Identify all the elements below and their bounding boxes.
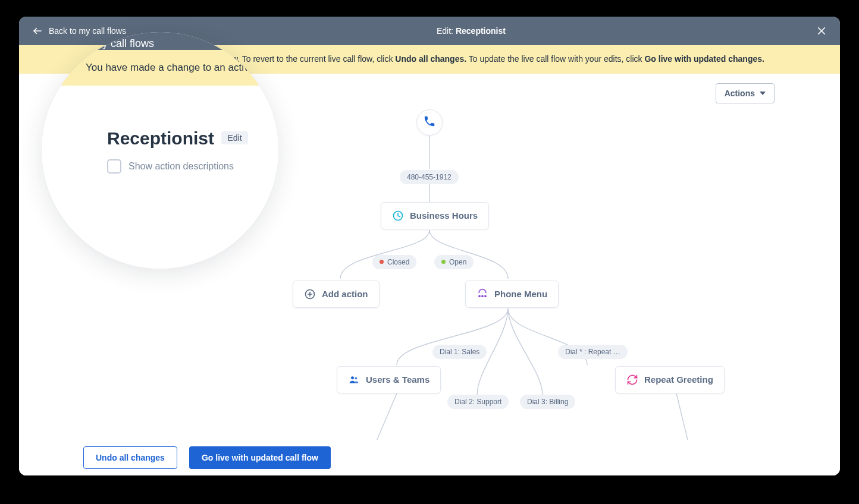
- dial-3-pill[interactable]: Dial 3: Billing: [520, 395, 575, 409]
- users-teams-label: Users & Teams: [366, 374, 430, 385]
- repeat-icon: [626, 374, 638, 386]
- title-prefix: Edit:: [437, 26, 456, 36]
- phone-icon: [423, 115, 436, 130]
- phone-start-node[interactable]: [416, 109, 443, 136]
- dial-3-label: Dial 3: Billing: [527, 398, 568, 406]
- show-descriptions-label: Show action descriptions: [128, 161, 234, 172]
- open-pill[interactable]: Open: [434, 255, 474, 269]
- banner-text-a: w. To revert to the current live call fl…: [232, 54, 395, 64]
- go-live-button[interactable]: Go live with updated call flow: [189, 446, 331, 469]
- repeat-greeting-node[interactable]: Repeat Greeting: [615, 366, 725, 393]
- svg-point-14: [351, 376, 354, 379]
- business-hours-node[interactable]: Business Hours: [381, 202, 489, 229]
- plus-circle-icon: [304, 288, 316, 300]
- close-icon[interactable]: [816, 26, 827, 36]
- banner-bold-a: Undo all changes.: [395, 54, 466, 64]
- title-name: Receptionist: [456, 26, 506, 36]
- svg-point-11: [479, 295, 480, 297]
- back-link[interactable]: Back to my call flows: [32, 26, 126, 36]
- dial-star-pill[interactable]: Dial * : Repeat …: [558, 345, 628, 359]
- dial-1-pill[interactable]: Dial 1: Sales: [432, 345, 487, 359]
- show-descriptions-row[interactable]: Show action descriptions: [107, 159, 278, 174]
- users-teams-node[interactable]: Users & Teams: [337, 366, 441, 393]
- app-shell: Back to my call flows Edit: Receptionist…: [19, 17, 840, 475]
- dial-2-label: Dial 2: Support: [454, 398, 501, 406]
- undo-all-button[interactable]: Undo all changes: [83, 446, 177, 469]
- arrow-left-icon: [32, 26, 43, 36]
- footer-bar: Undo all changes Go live with updated ca…: [19, 440, 840, 475]
- add-action-label: Add action: [322, 289, 368, 299]
- closed-label: Closed: [387, 258, 409, 266]
- dial-2-pill[interactable]: Dial 2: Support: [447, 395, 509, 409]
- banner-text-b: To update the live call flow with your e…: [469, 54, 645, 64]
- phone-menu-label: Phone Menu: [494, 289, 547, 299]
- svg-point-13: [485, 295, 486, 297]
- page-title: Edit: Receptionist: [437, 26, 506, 36]
- svg-line-5: [376, 393, 397, 440]
- svg-point-12: [482, 295, 483, 297]
- phone-menu-node[interactable]: Phone Menu: [465, 281, 559, 308]
- dot-red-icon: [380, 260, 384, 264]
- business-hours-label: Business Hours: [410, 210, 478, 220]
- phone-menu-icon: [476, 288, 488, 300]
- dial-star-label: Dial * : Repeat …: [565, 348, 620, 356]
- checkbox-icon[interactable]: [107, 159, 121, 174]
- flow-title: Receptionist: [107, 128, 214, 149]
- svg-line-6: [676, 393, 688, 440]
- dial-1-label: Dial 1: Sales: [440, 348, 479, 356]
- zoom-banner-text: You have made a change to an active c: [86, 62, 262, 74]
- open-label: Open: [449, 258, 466, 266]
- edit-badge[interactable]: Edit: [221, 131, 247, 144]
- add-action-node[interactable]: Add action: [293, 281, 380, 308]
- phone-number-text: 480-455-1912: [407, 173, 452, 181]
- repeat-greeting-label: Repeat Greeting: [644, 374, 713, 385]
- banner-bold-b: Go live with updated changes.: [644, 54, 764, 64]
- dot-green-icon: [441, 260, 446, 264]
- users-icon: [348, 374, 360, 386]
- closed-pill[interactable]: Closed: [372, 255, 416, 269]
- phone-number-pill[interactable]: 480-455-1912: [400, 170, 459, 184]
- back-label: Back to my call flows: [49, 26, 126, 36]
- clock-icon: [392, 210, 404, 222]
- zoom-callout: ny call flows You have made a change to …: [42, 32, 278, 269]
- svg-point-15: [355, 377, 357, 379]
